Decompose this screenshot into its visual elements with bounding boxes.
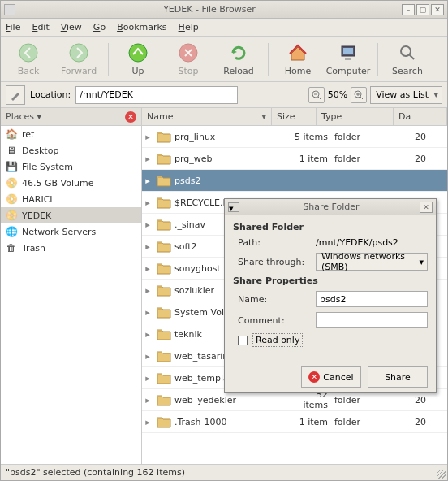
dialog-titlebar: ▾ Share Folder ✕ — [225, 199, 436, 215]
sidebar-item[interactable]: 📀YEDEK — [1, 207, 141, 223]
file-size: 1 item — [290, 417, 334, 427]
expand-icon[interactable]: ▸ — [142, 417, 153, 427]
table-row[interactable]: ▸psds2 — [142, 170, 447, 192]
forward-button[interactable]: Forward — [54, 39, 103, 80]
sidebar-item-label: Network Servers — [22, 227, 96, 237]
location-toggle-button[interactable] — [6, 85, 25, 105]
share-name-input[interactable] — [316, 291, 428, 307]
expand-icon[interactable]: ▸ — [142, 132, 153, 142]
up-icon — [127, 41, 149, 64]
path-label: Path: — [238, 237, 311, 248]
up-button[interactable]: Up — [114, 39, 162, 80]
desktop-icon: 🖥 — [6, 145, 17, 156]
close-button[interactable]: ✕ — [431, 4, 444, 15]
share-name-label: Name: — [238, 294, 311, 305]
menu-file[interactable]: File — [6, 22, 20, 32]
file-date: 20 — [411, 132, 447, 142]
read-only-label: Read only — [252, 333, 303, 347]
stop-button[interactable]: Stop — [164, 39, 213, 80]
menu-help[interactable]: Help — [179, 22, 199, 32]
expand-icon[interactable]: ▸ — [142, 176, 153, 186]
toolbar: Back Forward Up Stop Reload Home Compute… — [1, 37, 447, 82]
column-size[interactable]: Size — [272, 108, 317, 125]
expand-icon[interactable]: ▸ — [142, 154, 153, 164]
sidebar-item-label: File System — [22, 162, 73, 172]
file-name: psds2 — [174, 176, 290, 186]
search-icon — [396, 41, 419, 64]
computer-button[interactable]: Computer — [324, 39, 373, 80]
home-icon: 🏠 — [6, 128, 17, 140]
trash-icon: 🗑 — [6, 242, 17, 254]
expand-icon[interactable]: ▸ — [142, 263, 153, 274]
file-size: 1 item — [290, 154, 334, 164]
share-button[interactable]: Share — [368, 366, 428, 388]
sidebar-close-icon[interactable]: ✕ — [125, 111, 136, 123]
sidebar-item[interactable]: 🏠ret — [1, 126, 141, 142]
forward-icon — [67, 41, 90, 64]
expand-icon[interactable]: ▸ — [142, 307, 153, 318]
share-through-select[interactable]: Windows networks (SMB) — [316, 253, 416, 271]
file-name: prg_web — [174, 154, 290, 164]
expand-icon[interactable]: ▸ — [142, 329, 153, 340]
expand-icon[interactable]: ▸ — [142, 373, 153, 384]
maximize-button[interactable]: ▢ — [416, 4, 429, 15]
table-row[interactable]: ▸prg_web1 itemfolder20 — [142, 148, 447, 170]
sidebar-item[interactable]: 🗑Trash — [1, 240, 141, 256]
reload-icon — [227, 41, 250, 64]
menu-view[interactable]: View — [61, 22, 82, 32]
expand-icon[interactable]: ▸ — [142, 351, 153, 362]
expand-icon[interactable]: ▸ — [142, 241, 153, 252]
search-button[interactable]: Search — [383, 39, 432, 80]
table-row[interactable]: ▸prg_linux5 itemsfolder20 — [142, 126, 447, 148]
expand-icon[interactable]: ▸ — [142, 197, 153, 208]
statusbar: "psds2" selected (containing 162 items) — [1, 464, 447, 480]
folder-icon — [157, 151, 171, 166]
folder-icon — [157, 261, 171, 275]
sidebar-item[interactable]: 🌐Network Servers — [1, 223, 141, 240]
menubar: File Edit View Go Bookmarks Help — [1, 19, 447, 37]
computer-icon — [337, 41, 360, 64]
folder-icon — [157, 195, 171, 210]
reload-button[interactable]: Reload — [214, 39, 263, 80]
file-type: folder — [334, 395, 411, 405]
sidebar-item-label: HARICI — [22, 194, 53, 205]
net-icon: 🌐 — [6, 226, 17, 237]
expand-icon[interactable]: ▸ — [142, 285, 153, 296]
expand-icon[interactable]: ▸ — [142, 219, 153, 230]
zoom-out-button[interactable] — [308, 87, 325, 103]
location-label: Location: — [30, 89, 71, 100]
location-input[interactable] — [75, 86, 238, 104]
sidebar-item-label: YEDEK — [22, 210, 51, 221]
home-button[interactable]: Home — [274, 39, 322, 80]
back-icon — [17, 41, 40, 64]
column-name[interactable]: Name — [142, 108, 272, 125]
menu-go[interactable]: Go — [93, 22, 106, 32]
sidebar-item[interactable]: 📀HARICI — [1, 191, 141, 207]
expand-icon[interactable]: ▸ — [142, 395, 153, 405]
read-only-checkbox[interactable] — [238, 336, 248, 345]
stop-icon — [177, 41, 200, 64]
cancel-button[interactable]: ✕ Cancel — [301, 366, 361, 388]
svg-line-10 — [318, 97, 321, 99]
menu-edit[interactable]: Edit — [32, 22, 49, 32]
dialog-grip-icon[interactable]: ▾ — [228, 202, 239, 212]
sidebar-item[interactable]: 📀46.5 GB Volume — [1, 175, 141, 191]
column-type[interactable]: Type — [317, 108, 394, 125]
zoom-in-button[interactable] — [351, 87, 367, 103]
column-date[interactable]: Da — [394, 108, 447, 125]
resize-grip[interactable] — [437, 470, 446, 479]
minimize-button[interactable]: – — [402, 4, 415, 15]
svg-point-1 — [70, 44, 88, 62]
back-button[interactable]: Back — [4, 39, 53, 80]
share-folder-dialog: ▾ Share Folder ✕ Shared Folder Path: /mn… — [224, 198, 437, 393]
menu-bookmarks[interactable]: Bookmarks — [117, 22, 166, 32]
view-mode-select[interactable]: View as List — [370, 86, 442, 104]
folder-icon — [157, 370, 171, 385]
sidebar-item[interactable]: 💾File System — [1, 158, 141, 175]
sidebar: Places ▾ ✕ 🏠ret🖥Desktop💾File System📀46.5… — [1, 108, 142, 464]
chevron-down-icon[interactable]: ▾ — [416, 253, 428, 271]
sidebar-item[interactable]: 🖥Desktop — [1, 142, 141, 158]
table-row[interactable]: ▸.Trash-10001 itemfolder20 — [142, 411, 447, 433]
dialog-close-button[interactable]: ✕ — [420, 202, 433, 213]
share-comment-input[interactable] — [316, 312, 428, 328]
